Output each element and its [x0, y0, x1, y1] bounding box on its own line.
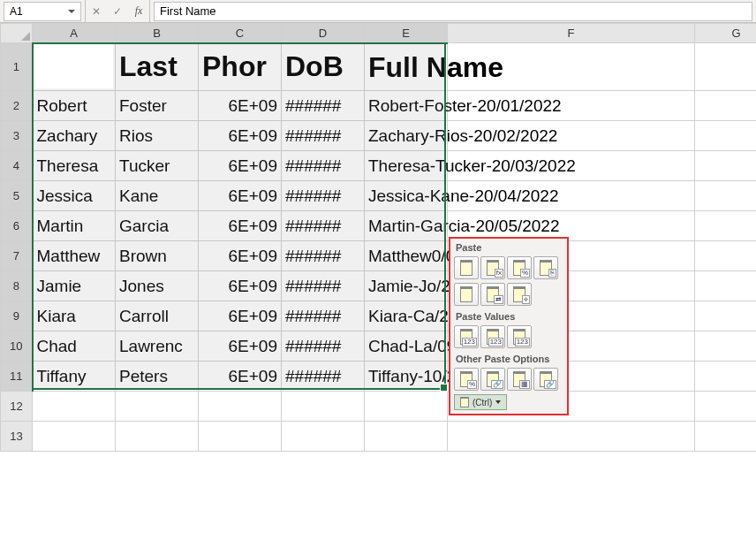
select-all-corner[interactable]: [1, 24, 33, 43]
cell[interactable]: [695, 301, 757, 331]
name-box[interactable]: A1: [4, 2, 81, 21]
cell[interactable]: [695, 422, 757, 452]
col-header-D[interactable]: D: [282, 24, 365, 43]
row-header-10[interactable]: 10: [1, 331, 33, 362]
row-header-11[interactable]: 11: [1, 362, 33, 392]
cell[interactable]: ######: [282, 121, 365, 151]
cell[interactable]: 6E+09: [199, 331, 282, 362]
cell[interactable]: ######: [282, 151, 365, 181]
cell[interactable]: Matthew: [33, 241, 116, 271]
cell[interactable]: 6E+09: [199, 121, 282, 151]
cell[interactable]: Rios: [116, 121, 199, 151]
cell[interactable]: 6E+09: [199, 151, 282, 181]
cell[interactable]: [695, 271, 757, 301]
cell[interactable]: Robert-Foster-20/01/2022: [365, 91, 448, 121]
row-header-6[interactable]: 6: [1, 211, 33, 241]
row-header-5[interactable]: 5: [1, 181, 33, 211]
paste-option-icon[interactable]: [454, 256, 479, 279]
col-header-A[interactable]: A: [33, 24, 116, 43]
cell[interactable]: [695, 211, 757, 241]
paste-option-icon[interactable]: 🔗: [533, 368, 558, 391]
cell[interactable]: [695, 241, 757, 271]
row-header-1[interactable]: 1: [1, 43, 33, 91]
paste-option-icon[interactable]: %: [454, 368, 479, 391]
cell[interactable]: Theresa-Tucker-20/03/2022: [365, 151, 448, 181]
cell[interactable]: [695, 331, 757, 362]
cell[interactable]: Zachary-Rios-20/02/2022: [365, 121, 448, 151]
paste-option-icon[interactable]: ▦: [507, 368, 532, 391]
cell[interactable]: Martin: [33, 211, 116, 241]
cell[interactable]: Kane: [116, 181, 199, 211]
cell[interactable]: Chad: [33, 331, 116, 362]
cell[interactable]: 6E+09: [199, 211, 282, 241]
formula-input[interactable]: First Name: [154, 2, 752, 21]
cell[interactable]: Jessica: [33, 181, 116, 211]
paste-option-icon[interactable]: [454, 283, 479, 306]
fx-button[interactable]: fx: [128, 1, 149, 22]
cell[interactable]: Chad-La/09/2022: [365, 331, 448, 362]
cell[interactable]: [116, 422, 199, 452]
cell[interactable]: DoB: [282, 43, 365, 91]
row-header-8[interactable]: 8: [1, 271, 33, 301]
cell[interactable]: Tiffany-10/2022: [365, 362, 448, 392]
paste-option-icon[interactable]: %: [507, 256, 532, 279]
row-header-9[interactable]: 9: [1, 301, 33, 331]
paste-option-icon[interactable]: ⇄: [480, 283, 505, 306]
cell[interactable]: Garcia: [116, 211, 199, 241]
cell[interactable]: [695, 392, 757, 422]
cell[interactable]: [282, 392, 365, 422]
cell[interactable]: Full Name: [365, 43, 448, 91]
enter-button[interactable]: ✓: [107, 1, 128, 22]
paste-option-icon[interactable]: 123: [454, 325, 479, 348]
cell[interactable]: [448, 422, 695, 452]
cell[interactable]: [282, 422, 365, 452]
paste-option-icon[interactable]: 123: [507, 325, 532, 348]
cell[interactable]: Theresa: [33, 151, 116, 181]
row-header-3[interactable]: 3: [1, 121, 33, 151]
paste-option-icon[interactable]: ⎆: [507, 283, 532, 306]
cell[interactable]: Brown: [116, 241, 199, 271]
cell[interactable]: Last: [116, 43, 199, 91]
cell[interactable]: Tucker: [116, 151, 199, 181]
col-header-C[interactable]: C: [199, 24, 282, 43]
cell[interactable]: Jessica-Kane-20/04/2022: [365, 181, 448, 211]
cell[interactable]: [695, 151, 757, 181]
cell[interactable]: ######: [282, 331, 365, 362]
paste-option-icon[interactable]: 123: [480, 325, 505, 348]
col-header-B[interactable]: B: [116, 24, 199, 43]
cell[interactable]: [695, 362, 757, 392]
cell[interactable]: ######: [282, 211, 365, 241]
cell[interactable]: [695, 181, 757, 211]
col-header-F[interactable]: F: [448, 24, 695, 43]
col-header-E[interactable]: E: [365, 24, 448, 43]
cell[interactable]: Kiara-Ca/2022: [365, 301, 448, 331]
row-header-13[interactable]: 13: [1, 422, 33, 452]
cancel-button[interactable]: ✕: [86, 1, 107, 22]
row-header-12[interactable]: 12: [1, 392, 33, 422]
cell[interactable]: Phor: [199, 43, 282, 91]
cell[interactable]: First: [33, 43, 116, 91]
cell[interactable]: ######: [282, 181, 365, 211]
cell[interactable]: Jamie: [33, 271, 116, 301]
cell[interactable]: 6E+09: [199, 271, 282, 301]
cell[interactable]: 6E+09: [199, 241, 282, 271]
col-header-G[interactable]: G: [695, 24, 757, 43]
cell[interactable]: [695, 121, 757, 151]
cell[interactable]: [33, 392, 116, 422]
cell[interactable]: 6E+09: [199, 181, 282, 211]
cell[interactable]: ######: [282, 91, 365, 121]
cell[interactable]: Lawrenc: [116, 331, 199, 362]
cell[interactable]: Martin-Garcia-20/05/2022: [365, 211, 448, 241]
paste-option-icon[interactable]: fx: [480, 256, 505, 279]
cell[interactable]: [199, 392, 282, 422]
cell[interactable]: Jones: [116, 271, 199, 301]
chevron-down-icon[interactable]: [68, 10, 75, 13]
cell[interactable]: 6E+09: [199, 91, 282, 121]
cell[interactable]: [33, 422, 116, 452]
row-header-4[interactable]: 4: [1, 151, 33, 181]
cell[interactable]: Peters: [116, 362, 199, 392]
paste-ctrl-button[interactable]: (Ctrl): [454, 394, 507, 410]
cell[interactable]: [695, 91, 757, 121]
row-header-7[interactable]: 7: [1, 241, 33, 271]
cell[interactable]: 6E+09: [199, 362, 282, 392]
